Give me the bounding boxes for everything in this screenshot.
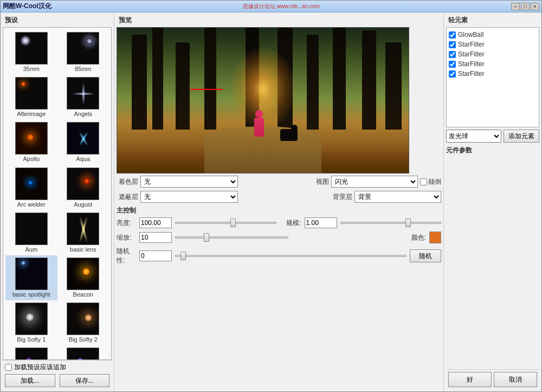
preset-item-basicspotlight[interactable]: basic spotlight xyxy=(5,255,57,300)
scale-thumb[interactable] xyxy=(405,219,411,227)
load-append-checkbox[interactable] xyxy=(5,364,12,371)
left-panel: 预设 35mm85mmAfterimageAngelsApolloAquaArc… xyxy=(1,12,114,391)
preset-item-beacon[interactable]: Beacon xyxy=(57,255,109,300)
element-item-1: StarFilter xyxy=(449,40,537,49)
random-input[interactable]: 0 xyxy=(139,250,172,261)
color-layer-label: 着色层 xyxy=(117,177,138,187)
brightness-input[interactable]: 100.00 xyxy=(139,217,172,228)
element-type-select[interactable]: 发光球 xyxy=(446,130,501,143)
watermark: 思缘设计论坛 www.mb...an.com xyxy=(243,3,320,10)
preset-label-august: August xyxy=(74,201,92,208)
element-label-0: GlowBall xyxy=(458,31,483,38)
element-label-3: StarFilter xyxy=(458,60,485,68)
color-layer-row: 着色层 无 视图 闪光 颠倒 xyxy=(117,176,441,188)
load-button[interactable]: 加载... xyxy=(5,374,55,387)
element-label-4: StarFilter xyxy=(458,70,485,78)
invert-label: 颠倒 xyxy=(420,177,441,187)
view-select[interactable]: 闪光 xyxy=(331,176,418,188)
load-append-row: 加载预设应该追加 xyxy=(5,363,109,372)
color-swatch[interactable] xyxy=(429,232,441,243)
elements-list: GlowBallStarFilterStarFilterStarFilterSt… xyxy=(446,27,539,127)
tree-10 xyxy=(385,42,402,130)
preset-item-august[interactable]: August xyxy=(57,165,109,210)
preset-item-35mm[interactable]: 35mm xyxy=(5,30,57,75)
params-title: 元件参数 xyxy=(446,146,539,155)
element-checkbox-2[interactable] xyxy=(449,51,456,58)
middle-panel: 预览 xyxy=(114,12,444,391)
preset-item-afterimage[interactable]: Afterimage xyxy=(5,75,57,120)
preset-label-arcwelder: Arc welder xyxy=(17,201,46,208)
element-item-3: StarFilter xyxy=(449,59,537,69)
invert-checkbox[interactable] xyxy=(420,178,427,185)
bg-layer-select[interactable]: 背景 xyxy=(354,191,441,203)
preview-image xyxy=(117,28,409,173)
mask-layer-select[interactable]: 无 xyxy=(140,191,238,203)
preset-item-85mm[interactable]: 85mm xyxy=(57,30,109,75)
preset-item-angels[interactable]: Angels xyxy=(57,75,109,120)
preset-item-bigsofty1[interactable]: Big Softy 1 xyxy=(5,300,57,345)
tree-4 xyxy=(204,28,216,130)
random-thumb[interactable] xyxy=(180,252,186,260)
preset-thumb-35mm xyxy=(15,32,48,65)
title-bar: 网酷W-Cool汉化 思缘设计论坛 www.mb...an.com ─ □ × xyxy=(1,1,541,12)
ok-button[interactable]: 好 xyxy=(448,372,492,387)
preset-label-35mm: 35mm xyxy=(23,66,40,73)
scale-slider[interactable] xyxy=(340,222,442,224)
light-elements-title: 轻元素 xyxy=(446,15,539,27)
preset-thumb-arcwelder xyxy=(15,168,48,200)
element-checkbox-1[interactable] xyxy=(449,41,456,48)
preset-item-aum[interactable]: Aum xyxy=(5,210,57,255)
preset-item-bigsofty2[interactable]: Big Softy 2 xyxy=(57,300,109,345)
brightness-thumb[interactable] xyxy=(230,219,236,227)
preset-thumb-august xyxy=(67,168,99,200)
zoom-input[interactable]: 10 xyxy=(139,232,172,243)
zoom-slider[interactable] xyxy=(175,236,288,239)
main-window: 网酷W-Cool汉化 思缘设计论坛 www.mb...an.com ─ □ × … xyxy=(0,0,542,392)
preset-label-apollo: Apollo xyxy=(23,156,40,163)
zoom-thumb[interactable] xyxy=(204,233,209,242)
cancel-button[interactable]: 取消 xyxy=(494,372,537,387)
minimize-button[interactable]: ─ xyxy=(511,3,520,10)
content-area: 预设 35mm85mmAfterimageAngelsApolloAquaArc… xyxy=(1,12,541,391)
scale-input[interactable]: 1.00 xyxy=(305,217,337,228)
element-item-4: StarFilter xyxy=(449,69,537,79)
person-head xyxy=(255,110,263,118)
preset-label-angels: Angels xyxy=(74,111,92,118)
element-checkbox-0[interactable] xyxy=(449,31,456,38)
preset-label-aum: Aum xyxy=(25,246,37,253)
color-layer-select[interactable]: 无 xyxy=(140,176,238,188)
maximize-button[interactable]: □ xyxy=(521,3,530,10)
preview-area xyxy=(117,27,409,173)
preset-item-arcwelder[interactable]: Arc welder xyxy=(5,165,57,210)
preset-thumb-aqua xyxy=(67,122,99,155)
preset-item-apollo[interactable]: Apollo xyxy=(5,120,57,165)
preset-label-basiclens: basic lens xyxy=(70,246,96,253)
element-checkbox-4[interactable] xyxy=(449,70,456,78)
add-element-button[interactable]: 添加元素 xyxy=(504,130,539,143)
close-button[interactable]: × xyxy=(531,3,539,10)
random-button[interactable]: 随机 xyxy=(410,249,441,262)
window-title: 网酷W-Cool汉化 xyxy=(3,2,51,11)
preset-thumb-bigsofty2 xyxy=(67,303,99,335)
element-label-1: StarFilter xyxy=(458,41,485,48)
preset-label-aqua: Aqua xyxy=(76,156,90,163)
preset-item-partial2[interactable]: ... xyxy=(57,345,109,360)
preset-item-partial1[interactable]: ... xyxy=(5,345,57,360)
brightness-slider[interactable] xyxy=(175,222,276,224)
add-element-row: 发光球 添加元素 xyxy=(446,130,539,143)
preset-grid: 35mm85mmAfterimageAngelsApolloAquaArc we… xyxy=(3,28,111,360)
preset-item-aqua[interactable]: Aqua xyxy=(57,120,109,165)
element-item-0: GlowBall xyxy=(449,30,537,40)
zoom-color-row: 缩放: 10 颜色: xyxy=(117,232,441,243)
load-save-row: 加载... 保存... xyxy=(5,374,109,387)
tree-2 xyxy=(152,28,163,130)
random-slider[interactable] xyxy=(175,255,406,257)
presets-scroll[interactable]: 35mm85mmAfterimageAngelsApolloAquaArc we… xyxy=(3,27,112,360)
preset-item-basiclens[interactable]: basic lens xyxy=(57,210,109,255)
view-label: 视图 xyxy=(314,177,329,187)
element-checkbox-3[interactable] xyxy=(449,61,456,68)
preset-thumb-partial2 xyxy=(67,348,99,360)
mask-layer-label: 遮蔽层 xyxy=(117,192,138,202)
save-button[interactable]: 保存... xyxy=(60,374,110,387)
brightness-label: 亮度: xyxy=(117,219,136,228)
